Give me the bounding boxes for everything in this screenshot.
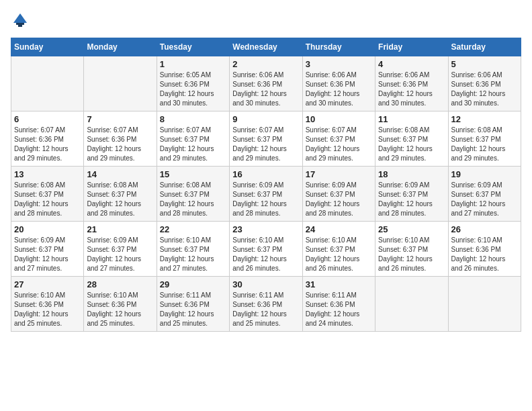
day-info: Sunrise: 6:05 AMSunset: 6:36 PMDaylight:…	[160, 71, 226, 108]
day-number: 22	[160, 224, 226, 234]
day-number: 28	[87, 279, 153, 289]
day-number: 11	[378, 114, 445, 124]
day-info: Sunrise: 6:10 AMSunset: 6:37 PMDaylight:…	[160, 236, 226, 273]
day-info: Sunrise: 6:09 AMSunset: 6:37 PMDaylight:…	[14, 236, 81, 273]
calendar-cell: 20Sunrise: 6:09 AMSunset: 6:37 PMDayligh…	[11, 222, 84, 277]
day-info: Sunrise: 6:07 AMSunset: 6:37 PMDaylight:…	[160, 126, 226, 163]
calendar-cell: 28Sunrise: 6:10 AMSunset: 6:36 PMDayligh…	[84, 277, 157, 332]
day-number: 26	[451, 224, 518, 234]
day-number: 17	[306, 169, 372, 179]
day-info: Sunrise: 6:06 AMSunset: 6:36 PMDaylight:…	[306, 71, 372, 108]
calendar-cell: 25Sunrise: 6:10 AMSunset: 6:37 PMDayligh…	[375, 222, 448, 277]
day-info: Sunrise: 6:09 AMSunset: 6:37 PMDaylight:…	[451, 181, 518, 218]
day-info: Sunrise: 6:09 AMSunset: 6:37 PMDaylight:…	[306, 181, 372, 218]
calendar-cell: 31Sunrise: 6:11 AMSunset: 6:36 PMDayligh…	[302, 277, 375, 332]
weekday-header: Sunday	[11, 38, 84, 56]
day-info: Sunrise: 6:06 AMSunset: 6:36 PMDaylight:…	[451, 71, 518, 108]
calendar-cell	[11, 56, 84, 111]
day-number: 25	[378, 224, 445, 234]
day-info: Sunrise: 6:08 AMSunset: 6:37 PMDaylight:…	[160, 181, 226, 218]
day-info: Sunrise: 6:10 AMSunset: 6:36 PMDaylight:…	[14, 291, 81, 328]
calendar-cell: 22Sunrise: 6:10 AMSunset: 6:37 PMDayligh…	[157, 222, 229, 277]
calendar-week-row: 13Sunrise: 6:08 AMSunset: 6:37 PMDayligh…	[11, 167, 521, 222]
day-info: Sunrise: 6:10 AMSunset: 6:37 PMDaylight:…	[232, 236, 299, 273]
calendar-cell: 30Sunrise: 6:11 AMSunset: 6:36 PMDayligh…	[230, 277, 302, 332]
day-number: 16	[232, 169, 299, 179]
weekday-header: Friday	[375, 38, 448, 56]
day-number: 1	[160, 59, 226, 69]
weekday-header: Wednesday	[230, 38, 302, 56]
day-number: 20	[14, 224, 81, 234]
day-info: Sunrise: 6:09 AMSunset: 6:37 PMDaylight:…	[378, 181, 445, 218]
calendar-cell: 6Sunrise: 6:07 AMSunset: 6:36 PMDaylight…	[11, 111, 84, 167]
weekday-header: Tuesday	[157, 38, 229, 56]
calendar-cell: 3Sunrise: 6:06 AMSunset: 6:36 PMDaylight…	[302, 56, 375, 111]
day-number: 21	[87, 224, 153, 234]
calendar-cell: 5Sunrise: 6:06 AMSunset: 6:36 PMDaylight…	[448, 56, 521, 111]
day-number: 19	[451, 169, 518, 179]
day-number: 24	[306, 224, 372, 234]
calendar-cell: 14Sunrise: 6:08 AMSunset: 6:37 PMDayligh…	[84, 167, 157, 222]
calendar-cell	[84, 56, 157, 111]
day-number: 5	[451, 59, 518, 69]
calendar-cell: 26Sunrise: 6:10 AMSunset: 6:36 PMDayligh…	[448, 222, 521, 277]
day-number: 8	[160, 114, 226, 124]
day-info: Sunrise: 6:07 AMSunset: 6:36 PMDaylight:…	[14, 126, 81, 163]
calendar-cell: 23Sunrise: 6:10 AMSunset: 6:37 PMDayligh…	[230, 222, 302, 277]
svg-rect-3	[18, 25, 22, 27]
weekday-header: Monday	[84, 38, 157, 56]
calendar-cell: 18Sunrise: 6:09 AMSunset: 6:37 PMDayligh…	[375, 167, 448, 222]
day-number: 15	[160, 169, 226, 179]
calendar-cell	[375, 277, 448, 332]
calendar-cell: 24Sunrise: 6:10 AMSunset: 6:37 PMDayligh…	[302, 222, 375, 277]
day-number: 27	[14, 279, 81, 289]
day-number: 12	[451, 114, 518, 124]
svg-rect-2	[16, 23, 24, 25]
calendar-week-row: 20Sunrise: 6:09 AMSunset: 6:37 PMDayligh…	[11, 222, 521, 277]
day-info: Sunrise: 6:10 AMSunset: 6:37 PMDaylight:…	[378, 236, 445, 273]
calendar-cell: 21Sunrise: 6:09 AMSunset: 6:37 PMDayligh…	[84, 222, 157, 277]
day-number: 23	[232, 224, 299, 234]
weekday-header: Thursday	[302, 38, 375, 56]
day-number: 10	[306, 114, 372, 124]
calendar-cell: 29Sunrise: 6:11 AMSunset: 6:36 PMDayligh…	[157, 277, 229, 332]
day-info: Sunrise: 6:11 AMSunset: 6:36 PMDaylight:…	[306, 291, 372, 328]
weekday-header: Saturday	[448, 38, 521, 56]
logo-icon	[11, 11, 30, 30]
calendar-cell: 9Sunrise: 6:07 AMSunset: 6:37 PMDaylight…	[230, 111, 302, 167]
calendar-table: SundayMondayTuesdayWednesdayThursdayFrid…	[11, 38, 521, 332]
day-info: Sunrise: 6:07 AMSunset: 6:37 PMDaylight:…	[306, 126, 372, 163]
day-info: Sunrise: 6:11 AMSunset: 6:36 PMDaylight:…	[160, 291, 226, 328]
day-info: Sunrise: 6:08 AMSunset: 6:37 PMDaylight:…	[451, 126, 518, 163]
day-number: 13	[14, 169, 81, 179]
day-info: Sunrise: 6:07 AMSunset: 6:36 PMDaylight:…	[87, 126, 153, 163]
calendar-cell: 2Sunrise: 6:06 AMSunset: 6:36 PMDaylight…	[230, 56, 302, 111]
day-number: 14	[87, 169, 153, 179]
day-number: 2	[232, 59, 299, 69]
calendar-cell: 7Sunrise: 6:07 AMSunset: 6:36 PMDaylight…	[84, 111, 157, 167]
calendar-cell: 17Sunrise: 6:09 AMSunset: 6:37 PMDayligh…	[302, 167, 375, 222]
day-info: Sunrise: 6:10 AMSunset: 6:36 PMDaylight:…	[451, 236, 518, 273]
calendar-week-row: 6Sunrise: 6:07 AMSunset: 6:36 PMDaylight…	[11, 111, 521, 167]
calendar-header-row: SundayMondayTuesdayWednesdayThursdayFrid…	[11, 38, 521, 56]
day-info: Sunrise: 6:08 AMSunset: 6:37 PMDaylight:…	[378, 126, 445, 163]
day-info: Sunrise: 6:08 AMSunset: 6:37 PMDaylight:…	[14, 181, 81, 218]
day-info: Sunrise: 6:09 AMSunset: 6:37 PMDaylight:…	[232, 181, 299, 218]
day-info: Sunrise: 6:07 AMSunset: 6:37 PMDaylight:…	[232, 126, 299, 163]
day-number: 30	[232, 279, 299, 289]
calendar-cell: 10Sunrise: 6:07 AMSunset: 6:37 PMDayligh…	[302, 111, 375, 167]
day-info: Sunrise: 6:06 AMSunset: 6:36 PMDaylight:…	[378, 71, 445, 108]
day-info: Sunrise: 6:06 AMSunset: 6:36 PMDaylight:…	[232, 71, 299, 108]
calendar-cell: 12Sunrise: 6:08 AMSunset: 6:37 PMDayligh…	[448, 111, 521, 167]
logo	[11, 11, 31, 30]
calendar-cell: 19Sunrise: 6:09 AMSunset: 6:37 PMDayligh…	[448, 167, 521, 222]
day-info: Sunrise: 6:09 AMSunset: 6:37 PMDaylight:…	[87, 236, 153, 273]
day-number: 18	[378, 169, 445, 179]
calendar-week-row: 1Sunrise: 6:05 AMSunset: 6:36 PMDaylight…	[11, 56, 521, 111]
day-info: Sunrise: 6:11 AMSunset: 6:36 PMDaylight:…	[232, 291, 299, 328]
day-number: 7	[87, 114, 153, 124]
day-info: Sunrise: 6:10 AMSunset: 6:37 PMDaylight:…	[306, 236, 372, 273]
calendar-cell: 1Sunrise: 6:05 AMSunset: 6:36 PMDaylight…	[157, 56, 229, 111]
day-number: 31	[306, 279, 372, 289]
day-number: 6	[14, 114, 81, 124]
